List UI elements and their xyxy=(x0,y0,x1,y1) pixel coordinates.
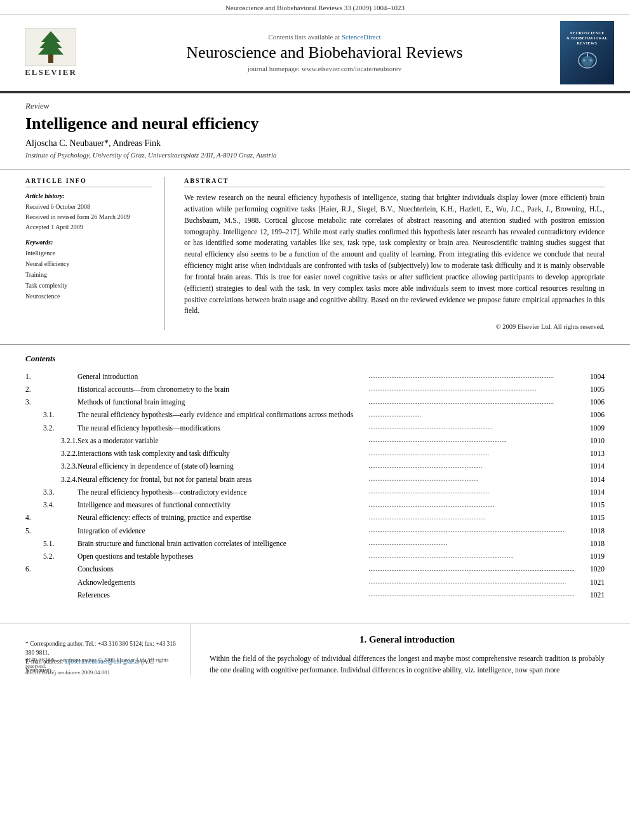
sciencedirect-link: Contents lists available at ScienceDirec… xyxy=(89,33,560,41)
page-container: Neuroscience and Biobehavioral Reviews 3… xyxy=(0,0,630,676)
contents-title: Historical accounts—from chronometry to … xyxy=(77,383,368,396)
keyword-2: Neural efficiency xyxy=(25,258,152,269)
two-col-section: ARTICLE INFO Article history: Received 6… xyxy=(0,169,630,338)
contents-dots: ........................................… xyxy=(367,396,586,409)
contents-num: 4. xyxy=(25,512,77,524)
contents-row: 4. Neural efficiency: effects of trainin… xyxy=(25,512,605,524)
article-history-label: Article history: xyxy=(25,192,152,199)
keywords-heading: Keywords: xyxy=(25,239,152,246)
contents-title: Sex as a moderator variable xyxy=(77,434,368,447)
article-main-title: Intelligence and neural efficiency xyxy=(25,114,605,133)
bottom-section: * Corresponding author. Tel.: +43 316 38… xyxy=(0,623,630,676)
contents-title: Interactions with task complexity and ta… xyxy=(77,448,368,460)
contents-title: The neural efficiency hypothesis—early e… xyxy=(77,409,368,422)
contents-dots: ........................................… xyxy=(367,563,586,576)
abstract-heading: ABSTRACT xyxy=(184,177,605,187)
contents-num: 5.2. xyxy=(25,550,77,563)
contents-page: 1019 xyxy=(587,550,605,563)
contents-row: 1. General introduction ................… xyxy=(25,370,605,383)
contents-page: 1006 xyxy=(587,409,605,422)
contents-title: References xyxy=(77,589,368,601)
contents-row: 3.2.2. Interactions with task complexity… xyxy=(25,448,605,460)
citation-text: Neuroscience and Biobehavioral Reviews 3… xyxy=(225,4,405,11)
corresponding-text: * Corresponding author. Tel.: +43 316 38… xyxy=(25,641,176,656)
contents-page: 1006 xyxy=(587,396,605,409)
keyword-4: Task complexity xyxy=(25,280,152,291)
contents-dots: ........................................… xyxy=(367,448,586,460)
contents-num: 5.1. xyxy=(25,537,77,550)
journal-cover-image: NEUROSCIENCE& BIOBEHAVIORALREVIEWS xyxy=(560,21,614,84)
contents-dots: ........................................… xyxy=(367,537,586,550)
intro-section-number: 1. xyxy=(359,634,366,644)
contents-dots: ........................................… xyxy=(367,473,586,486)
contents-row: 3. Methods of functional brain imaging .… xyxy=(25,396,605,409)
intro-title: General introduction xyxy=(369,634,455,644)
contents-title: The neural efficiency hypothesis—contrad… xyxy=(77,486,368,498)
contents-title: The neural efficiency hypothesis—modific… xyxy=(77,422,368,434)
contents-page: 1009 xyxy=(587,422,605,434)
contents-page: 1004 xyxy=(587,370,605,383)
cover-brain-icon xyxy=(575,49,600,74)
contents-page: 1020 xyxy=(587,563,605,576)
contents-num: 2. xyxy=(25,383,77,396)
keyword-1: Intelligence xyxy=(25,248,152,258)
contents-title: Methods of functional brain imaging xyxy=(77,396,368,409)
contents-page: 1015 xyxy=(587,499,605,512)
contents-num xyxy=(25,576,77,589)
contents-num: 3.2.3. xyxy=(25,460,77,473)
contents-dots: ........................................… xyxy=(367,460,586,473)
contents-title: Neural efficiency in dependence of (stat… xyxy=(77,460,368,473)
authors-text: Aljoscha C. Neubauer*, Andreas Fink xyxy=(25,138,161,148)
contents-num: 3.2. xyxy=(25,422,77,434)
journal-homepage: journal homepage: www.elsevier.com/locat… xyxy=(89,65,560,72)
header-section: ELSEVIER Contents lists available at Sci… xyxy=(0,15,630,92)
received-date: Received 6 October 2008 xyxy=(25,202,152,212)
elsevier-text: ELSEVIER xyxy=(25,67,77,77)
bottom-left: * Corresponding author. Tel.: +43 316 38… xyxy=(25,624,191,676)
contents-row: 6. Conclusions .........................… xyxy=(25,563,605,576)
contents-dots: ........................................… xyxy=(367,434,586,447)
contents-section: Contents 1. General introduction .......… xyxy=(0,344,630,611)
contents-title: Neural efficiency for frontal, but not f… xyxy=(77,473,368,486)
contents-page: 1014 xyxy=(587,486,605,498)
contents-dots: ........................................… xyxy=(367,512,586,524)
contents-row: 3.4. Intelligence and measures of functi… xyxy=(25,499,605,512)
contents-row: 2. Historical accounts—from chronometry … xyxy=(25,383,605,396)
contents-page: 1014 xyxy=(587,473,605,486)
contents-num: 1. xyxy=(25,370,77,383)
journal-title: Neuroscience and Biobehavioral Reviews xyxy=(89,43,560,62)
article-type-section: Review Intelligence and neural efficienc… xyxy=(0,92,630,159)
abstract-text: We review research on the neural efficie… xyxy=(184,192,605,317)
intro-section-title: 1. General introduction xyxy=(210,634,605,645)
contents-title: Brain structure and functional brain act… xyxy=(77,537,368,550)
contents-row: References .............................… xyxy=(25,589,605,601)
keyword-3: Training xyxy=(25,269,152,280)
contents-page: 1021 xyxy=(587,576,605,589)
cover-journal-title: NEUROSCIENCE& BIOBEHAVIORALREVIEWS xyxy=(566,31,608,46)
article-type-label: Review xyxy=(25,101,605,111)
contents-num: 3.2.4. xyxy=(25,473,77,486)
contents-num: 3.1. xyxy=(25,409,77,422)
contents-row: 3.2.4. Neural efficiency for frontal, bu… xyxy=(25,473,605,486)
contents-page: 1013 xyxy=(587,448,605,460)
contents-page: 1014 xyxy=(587,460,605,473)
contents-title: General introduction xyxy=(77,370,368,383)
issn-doi-text: 0149-7634/$ – see front matter © 2009 El… xyxy=(25,657,190,676)
contents-title: Open questions and testable hypotheses xyxy=(77,550,368,563)
contents-title: Neural efficiency: effects of training, … xyxy=(77,512,368,524)
elsevier-tree-icon xyxy=(25,28,76,66)
contents-page: 1015 xyxy=(587,512,605,524)
contents-dots: ........................................… xyxy=(367,499,586,512)
journal-citation-bar: Neuroscience and Biobehavioral Reviews 3… xyxy=(0,0,630,15)
contents-row: 3.1. The neural efficiency hypothesis—ea… xyxy=(25,409,605,422)
contents-num: 3. xyxy=(25,396,77,409)
sciencedirect-anchor[interactable]: ScienceDirect xyxy=(342,33,381,41)
contents-num: 3.4. xyxy=(25,499,77,512)
intro-paragraph: Within the field of the psychology of in… xyxy=(210,653,605,676)
bottom-right: 1. General introduction Within the field… xyxy=(191,624,605,676)
elsevier-logo: ELSEVIER xyxy=(13,28,89,77)
contents-table: 1. General introduction ................… xyxy=(25,370,605,602)
contents-page: 1021 xyxy=(587,589,605,601)
contents-row: 3.2.1. Sex as a moderator variable .....… xyxy=(25,434,605,447)
contents-row: Acknowledgements .......................… xyxy=(25,576,605,589)
